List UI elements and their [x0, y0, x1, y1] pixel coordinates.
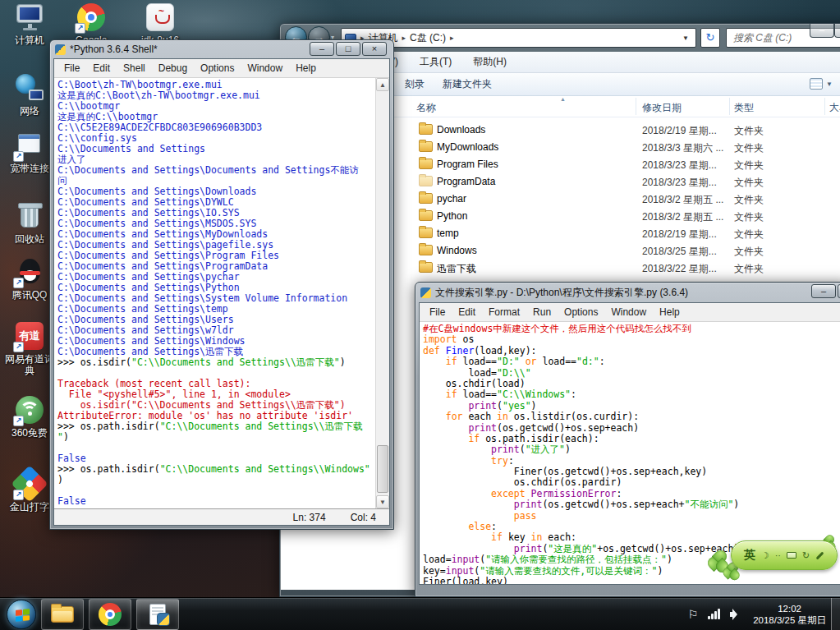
- file-name: 迅雷下载: [437, 262, 476, 276]
- wrench-icon[interactable]: [816, 551, 824, 559]
- start-button[interactable]: [7, 600, 36, 629]
- desktop-icon-network[interactable]: 网络: [3, 72, 56, 117]
- column-indicator: Col: 4: [351, 512, 376, 523]
- code-line: if load=="C:\\Windows":: [423, 389, 840, 400]
- menu-item[interactable]: 刻录: [405, 77, 425, 91]
- menu-item[interactable]: Options: [558, 306, 604, 318]
- menu-item[interactable]: Edit: [452, 306, 482, 318]
- punctuation-icon[interactable]: ··: [775, 551, 781, 560]
- menu-item[interactable]: 帮助(H): [473, 55, 507, 69]
- menu-item[interactable]: Window: [241, 62, 289, 74]
- column-header-name[interactable]: 名称: [416, 101, 436, 115]
- code-line: Finer(os.getcwd()+os.sep+each,key): [423, 467, 840, 477]
- keyboard-icon[interactable]: [787, 552, 796, 559]
- desktop-icon-computer[interactable]: 计算机: [3, 2, 56, 46]
- moon-icon[interactable]: ☽: [761, 551, 769, 560]
- code-line: >>> os.path.isdir("C:\\Documents and Set…: [57, 421, 375, 432]
- python-icon: [55, 44, 66, 55]
- views-button[interactable]: ▼: [810, 78, 833, 90]
- menu-item[interactable]: File: [57, 62, 86, 74]
- code-line: print(os.getcwd()+os.sep+each): [423, 423, 840, 434]
- code-line: os.chdir(load): [423, 379, 840, 389]
- file-date: 2018/3/23 星期...: [642, 176, 717, 190]
- breadcrumb-arrow-icon[interactable]: ▸: [448, 34, 456, 42]
- code-line: C:\\Documents and Settings: [57, 144, 375, 154]
- ime-mode-indicator[interactable]: 英: [744, 548, 755, 563]
- file-type: 文件夹: [734, 176, 764, 190]
- desktop-icon-recycle-bin[interactable]: 回收站: [3, 200, 56, 245]
- file-date: 2018/3/2 星期五 ...: [642, 210, 723, 224]
- menu-item[interactable]: File: [423, 306, 452, 318]
- network-signal-icon[interactable]: [708, 609, 720, 619]
- desktop-icon-360wifi[interactable]: 360免费WiFi: [3, 394, 56, 439]
- scrollbar-thumb[interactable]: [377, 445, 388, 493]
- ime-toolbar[interactable]: 英 ☽ ·· ↻: [708, 532, 840, 583]
- code-line: for each in os.listdir(os.curdir):: [423, 412, 840, 422]
- file-type: 文件夹: [734, 262, 764, 276]
- shell-text[interactable]: C:\Boot\zh-TW\bootmgr.exe.mui这是真的C:\Boot…: [54, 78, 375, 508]
- taskbar-clock[interactable]: 12:02 2018/3/25 星期日: [753, 603, 826, 626]
- taskbar-button-explorer[interactable]: [41, 599, 84, 630]
- chevron-down-icon: ▼: [826, 80, 833, 88]
- column-header-type[interactable]: 类型: [734, 101, 754, 115]
- minimize-button[interactable]: –: [310, 42, 334, 56]
- desktop-icon-qq[interactable]: 腾讯QQ: [3, 256, 56, 301]
- file-name: pychar: [437, 193, 466, 205]
- action-center-icon[interactable]: ⚐: [688, 608, 699, 621]
- folder-icon: [419, 262, 433, 273]
- desktop: { "desktop": { "icons": [ {"label": "计算机…: [0, 0, 840, 630]
- code-line: ): [57, 475, 375, 485]
- menu-item[interactable]: Format: [482, 306, 526, 318]
- menu-item[interactable]: Edit: [86, 62, 117, 74]
- scroll-up-icon[interactable]: ▲: [376, 78, 389, 91]
- menu-item[interactable]: 工具(T): [420, 55, 452, 69]
- recycle-bin-icon: [21, 206, 39, 228]
- menu-item[interactable]: 新建文件夹: [443, 77, 492, 91]
- desktop-icon-broadband[interactable]: 宽带连接: [3, 130, 56, 174]
- menu-item[interactable]: Options: [194, 62, 241, 74]
- breadcrumb-arrow-icon[interactable]: ▸: [401, 34, 408, 42]
- code-line: "): [57, 432, 375, 443]
- file-date: 2018/3/25 星期...: [642, 245, 717, 259]
- column-header-size[interactable]: 大小: [829, 101, 840, 115]
- desktop-icon-youdao[interactable]: 有道 网易有道词典: [3, 320, 56, 376]
- editor-titlebar[interactable]: 文件搜索引擎.py - D:\Python\程序\文件搜索引擎.py (3.6.…: [415, 283, 840, 302]
- refresh-button[interactable]: ↻: [700, 28, 720, 48]
- code-line: load="D:\\": [423, 368, 840, 379]
- maximize-button[interactable]: □: [336, 42, 360, 56]
- scroll-down-icon[interactable]: ▼: [376, 495, 389, 508]
- close-button[interactable]: ×: [362, 42, 387, 56]
- menu-item[interactable]: Window: [604, 306, 653, 318]
- sort-ascending-icon[interactable]: ▲: [560, 96, 566, 102]
- code-line: >>> os.isdir("C:\\Documents and Settings…: [57, 357, 375, 368]
- minimize-button[interactable]: –: [810, 24, 834, 38]
- menu-item[interactable]: Run: [526, 306, 558, 318]
- code-line: C:\Documents and Settings\Documents and …: [57, 165, 375, 176]
- shell-titlebar[interactable]: *Python 3.6.4 Shell* – □ ×: [50, 40, 393, 58]
- menu-item[interactable]: Shell: [117, 62, 152, 74]
- sync-icon[interactable]: ↻: [802, 551, 810, 560]
- shortcut-arrow-icon: [13, 490, 24, 500]
- code-line: else:: [423, 522, 840, 532]
- menu-item[interactable]: Debug: [152, 62, 194, 74]
- column-header-date[interactable]: 修改日期: [642, 101, 682, 115]
- shell-scrollbar[interactable]: ▲ ▼: [375, 78, 389, 508]
- maximize-button[interactable]: □: [834, 24, 840, 38]
- minimize-button[interactable]: –: [811, 284, 836, 298]
- window-title: 文件搜索引擎.py - D:\Python\程序\文件搜索引擎.py (3.6.…: [435, 286, 688, 300]
- connection-icon: [18, 134, 40, 153]
- address-dropdown-icon[interactable]: ▼: [679, 34, 692, 42]
- taskbar-button-python[interactable]: [136, 599, 179, 630]
- breadcrumb-item[interactable]: C盘 (C:): [407, 31, 448, 45]
- menu-item[interactable]: Help: [289, 62, 323, 74]
- desktop-icon-label: 360免费WiFi: [3, 427, 56, 439]
- file-type: 文件夹: [734, 124, 764, 138]
- shortcut-arrow-icon: [75, 23, 85, 34]
- code-line: >>> os.path.isdir("C:\\Documents and Set…: [57, 464, 375, 475]
- volume-icon[interactable]: [730, 609, 743, 620]
- menu-item[interactable]: Help: [653, 306, 686, 318]
- desktop-icon-kingsoft[interactable]: 金山打字: [3, 468, 56, 513]
- taskbar-button-chrome[interactable]: [89, 599, 131, 630]
- folder-icon: [419, 159, 433, 169]
- show-desktop-button[interactable]: [831, 598, 840, 630]
